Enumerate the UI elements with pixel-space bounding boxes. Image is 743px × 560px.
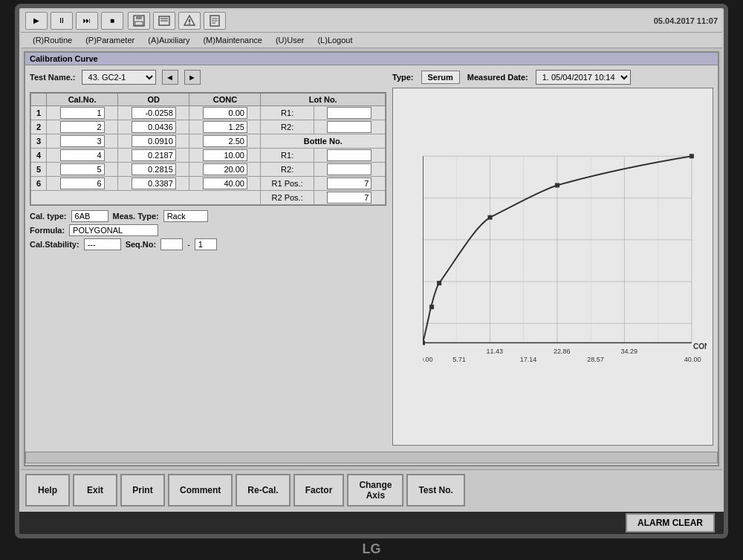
- od-input-1[interactable]: [132, 107, 176, 119]
- lot-r1-4: [314, 148, 385, 162]
- od-4: [118, 148, 189, 162]
- menu-auxiliary[interactable]: (A)Auxiliary: [142, 34, 195, 46]
- cal-type-input[interactable]: [71, 210, 108, 222]
- scrollbar[interactable]: [25, 452, 718, 463]
- calno-input-6[interactable]: [60, 178, 105, 189]
- r2pos-input[interactable]: [327, 192, 372, 204]
- cal-table-wrapper: Cal.No. OD CONC Lot No. 1: [30, 92, 386, 206]
- col-header-calno: Cal.No.: [47, 93, 118, 105]
- menu-logout[interactable]: (L)Logout: [311, 34, 358, 46]
- prev-button[interactable]: ◄: [162, 70, 178, 85]
- od-input-5[interactable]: [132, 163, 176, 175]
- svg-rect-30: [423, 340, 425, 345]
- menu-bar: (R)Routine (P)Parameter (A)Auxiliary (M)…: [21, 33, 722, 48]
- lot-r2-input-5[interactable]: [327, 163, 372, 175]
- pause-button[interactable]: ⏸: [51, 12, 73, 30]
- svg-text:28.57: 28.57: [587, 355, 604, 362]
- calno-6: [47, 176, 118, 190]
- change-axis-button[interactable]: ChangeAxis: [347, 474, 403, 507]
- save1-button[interactable]: [128, 12, 150, 30]
- od-input-4[interactable]: [132, 149, 176, 161]
- comment-button[interactable]: Comment: [168, 474, 233, 507]
- next-button[interactable]: ►: [184, 70, 201, 85]
- monitor-bottom: ALARM CLEAR: [19, 512, 724, 534]
- conc-6: [189, 176, 261, 190]
- factor-button[interactable]: Factor: [293, 474, 345, 507]
- toolbar-left: ▶ ⏸ ⏭ ■: [25, 12, 226, 30]
- print-button[interactable]: Print: [120, 474, 165, 507]
- calno-input-5[interactable]: [60, 163, 105, 175]
- col-header-od: OD: [118, 93, 189, 105]
- lot-r1-input-1[interactable]: [327, 107, 372, 119]
- table-row-extra: R2 Pos.:: [31, 190, 386, 204]
- monitor-brand: LG: [363, 541, 381, 557]
- formula-row: Formula:: [30, 224, 386, 236]
- conc-input-3[interactable]: [203, 135, 247, 147]
- test-name-select[interactable]: 43. GC2-1: [82, 70, 156, 85]
- play-button[interactable]: ▶: [25, 12, 48, 30]
- row-num-4: 4: [31, 148, 47, 162]
- menu-user[interactable]: (U)User: [270, 34, 311, 46]
- calno-input-4[interactable]: [60, 149, 105, 161]
- od-3: [118, 134, 189, 148]
- left-panel: Test Name.: 43. GC2-1 ◄ ►: [30, 70, 386, 446]
- toolbar-icons: ▶ ⏸ ⏭ ■: [25, 12, 123, 30]
- meas-type-input[interactable]: [163, 210, 208, 222]
- od-input-6[interactable]: [132, 178, 176, 189]
- menu-routine[interactable]: (R)Routine: [27, 34, 78, 46]
- calno-input-1[interactable]: [60, 107, 105, 119]
- cal-type-label: Cal. type:: [30, 212, 67, 221]
- skip-button[interactable]: ⏭: [76, 12, 98, 30]
- conc-input-1[interactable]: [203, 107, 247, 119]
- svg-text:11.43: 11.43: [486, 347, 503, 354]
- exit-button[interactable]: Exit: [73, 474, 117, 507]
- menu-maintenance[interactable]: (M)Maintenance: [197, 34, 267, 46]
- doc-button[interactable]: [204, 12, 226, 30]
- svg-text:40.00: 40.00: [684, 355, 701, 362]
- measured-date-select[interactable]: 1. 05/04/2017 10:14: [536, 70, 631, 85]
- svg-text:5.71: 5.71: [452, 355, 466, 362]
- od-6: [118, 176, 189, 190]
- lot-r2-input-2[interactable]: [327, 121, 372, 133]
- test-no-button[interactable]: Test No.: [406, 474, 464, 507]
- conc-5: [189, 162, 261, 176]
- svg-rect-32: [437, 281, 441, 285]
- r1pos-input[interactable]: [327, 178, 372, 189]
- svg-text:22.86: 22.86: [554, 347, 571, 354]
- od-5: [118, 162, 189, 176]
- svg-rect-31: [429, 305, 434, 309]
- warning-button[interactable]: [178, 12, 201, 30]
- svg-text:CONC: CONC: [693, 342, 707, 350]
- table-row: 6 R1 Pos.:: [31, 176, 386, 190]
- conc-input-5[interactable]: [203, 163, 247, 175]
- svg-rect-34: [555, 183, 559, 187]
- col-header-blank: [31, 93, 47, 105]
- menu-parameter[interactable]: (P)Parameter: [80, 34, 140, 46]
- calno-input-2[interactable]: [60, 121, 105, 133]
- save2-button[interactable]: [153, 12, 175, 30]
- conc-input-2[interactable]: [203, 121, 247, 133]
- alarm-clear-button[interactable]: ALARM CLEAR: [626, 513, 715, 533]
- svg-point-8: [189, 23, 190, 25]
- lot-r1-input-4[interactable]: [327, 149, 372, 161]
- bottle-no-label: Bottle No.: [261, 134, 386, 148]
- od-input-2[interactable]: [132, 121, 176, 133]
- od-input-3[interactable]: [132, 135, 176, 147]
- recal-button[interactable]: Re-Cal.: [236, 474, 290, 507]
- conc-input-6[interactable]: [203, 178, 247, 189]
- table-row: 4 R1:: [31, 148, 386, 162]
- help-button[interactable]: Help: [25, 474, 70, 507]
- seq-no-input1[interactable]: [160, 238, 183, 250]
- svg-rect-33: [487, 215, 492, 219]
- col-header-conc: CONC: [189, 93, 261, 105]
- seq-no-input2[interactable]: [195, 238, 217, 250]
- cal-stability-input[interactable]: [84, 238, 121, 250]
- conc-2: [189, 120, 261, 134]
- formula-input[interactable]: [69, 224, 158, 236]
- od-2: [118, 120, 189, 134]
- conc-input-4[interactable]: [203, 149, 247, 161]
- stop-button[interactable]: ■: [101, 12, 123, 30]
- svg-rect-5: [160, 20, 168, 22]
- calno-input-3[interactable]: [60, 135, 105, 147]
- chart-svg: 0.3387 0.2476 0.1564 0.0653 -0.0258 11.4…: [423, 94, 707, 427]
